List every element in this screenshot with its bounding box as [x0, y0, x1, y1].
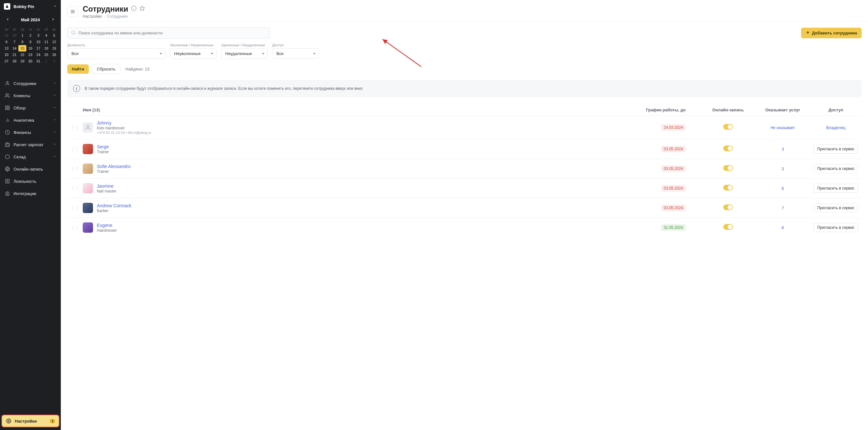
calendar-day[interactable]: 8: [18, 39, 26, 45]
calendar-day[interactable]: 27: [3, 58, 11, 64]
services-warn-link[interactable]: Не оказывает: [771, 125, 795, 130]
filter-position-select[interactable]: Все: [67, 48, 165, 59]
search-input[interactable]: [67, 27, 270, 39]
invite-button[interactable]: Пригласить в сервис: [814, 145, 858, 154]
sidebar-item[interactable]: Расчет зарплат: [0, 139, 61, 151]
online-toggle[interactable]: [723, 204, 733, 210]
calendar-day[interactable]: 25: [42, 52, 51, 58]
sidebar-item[interactable]: Склад: [0, 151, 61, 163]
online-toggle[interactable]: [723, 224, 733, 230]
add-employee-button[interactable]: Добавить сотрудника: [801, 28, 862, 38]
calendar-day[interactable]: 4: [42, 32, 51, 39]
drag-handle-icon[interactable]: ⋮⋮: [67, 147, 83, 151]
calendar-day[interactable]: 22: [18, 52, 26, 58]
employee-name-link[interactable]: Andrew Comrack: [97, 203, 131, 208]
calendar-day[interactable]: 16: [26, 45, 34, 52]
sidebar-item[interactable]: Онлайн-запись: [0, 163, 61, 175]
plus-icon: [806, 30, 810, 36]
filter-deleted-select[interactable]: Неудаленные: [221, 48, 268, 59]
sidebar-item[interactable]: Интеграции: [0, 187, 61, 199]
calendar-day[interactable]: 19: [50, 45, 58, 52]
employee-name-link[interactable]: Sofie Alessandro: [97, 164, 131, 169]
drag-handle-icon[interactable]: ⋮⋮: [67, 166, 83, 171]
invite-button[interactable]: Пригласить в сервис: [814, 204, 858, 212]
calendar-day[interactable]: 29: [3, 32, 11, 39]
drag-handle-icon[interactable]: ⋮⋮: [67, 206, 83, 210]
sidebar-item[interactable]: Финансы: [0, 126, 61, 139]
crumb-current: Сотрудники: [107, 14, 128, 19]
services-count-link[interactable]: 3: [781, 166, 784, 171]
brand-switcher[interactable]: Bobby Pin: [0, 0, 61, 13]
services-count-link[interactable]: 7: [781, 206, 784, 211]
services-count-link[interactable]: 6: [781, 225, 784, 230]
services-count-link[interactable]: 3: [781, 147, 784, 152]
online-toggle[interactable]: [723, 146, 733, 151]
calendar-day[interactable]: 20: [3, 52, 11, 58]
drag-handle-icon[interactable]: ⋮⋮: [67, 125, 83, 130]
calendar-day[interactable]: 3: [34, 32, 42, 39]
calendar-day[interactable]: 23: [26, 52, 34, 58]
table-row: ⋮⋮SergeTrainer03.05.20243Пригласить в се…: [67, 139, 862, 159]
sidebar-item[interactable]: Лояльность: [0, 175, 61, 187]
star-icon[interactable]: [139, 5, 145, 12]
calendar-weekday: вт: [11, 27, 19, 32]
calendar-day[interactable]: 11: [42, 39, 51, 45]
th-access: Доступ: [810, 108, 862, 112]
calendar-day[interactable]: 15: [18, 45, 26, 52]
calendar-day[interactable]: 24: [34, 52, 42, 58]
calendar-day[interactable]: 18: [42, 45, 51, 52]
drag-handle-icon[interactable]: ⋮⋮: [67, 186, 83, 190]
calendar-day[interactable]: 13: [3, 45, 11, 52]
sidebar-item[interactable]: Сотрудники: [0, 77, 61, 90]
invite-button[interactable]: Пригласить в сервис: [814, 223, 858, 232]
calendar-day[interactable]: 1: [42, 58, 51, 64]
employee-name-link[interactable]: Jasmine: [97, 183, 117, 189]
calendar-day[interactable]: 6: [3, 39, 11, 45]
reset-button[interactable]: Сбросить: [92, 64, 120, 74]
calendar-day[interactable]: 2: [50, 58, 58, 64]
burger-button[interactable]: [67, 6, 78, 17]
filter-access-select[interactable]: Все: [272, 48, 319, 59]
sidebar-item-settings[interactable]: Настройки 1: [2, 415, 59, 427]
calendar-day[interactable]: 12: [50, 39, 58, 45]
calendar-day[interactable]: 21: [11, 52, 19, 58]
calendar-next-icon[interactable]: [50, 16, 56, 24]
calendar-day[interactable]: 31: [34, 58, 42, 64]
employee-name-link[interactable]: Johnny: [97, 120, 151, 125]
calendar-prev-icon[interactable]: [4, 16, 11, 24]
employee-name-link[interactable]: Eugene: [97, 223, 117, 228]
employee-name-link[interactable]: Serge: [97, 144, 109, 149]
calendar-day[interactable]: 7: [11, 39, 19, 45]
calendar-day[interactable]: 26: [50, 52, 58, 58]
calendar-weekday: вс: [50, 27, 58, 32]
table-row: ⋮⋮JohnnyKids hairdresser+374 93 31-10-53…: [67, 116, 862, 139]
calendar-day[interactable]: 10: [34, 39, 42, 45]
invite-button[interactable]: Пригласить в сервис: [814, 184, 858, 193]
calendar-day[interactable]: 30: [26, 58, 34, 64]
calendar-day[interactable]: 28: [11, 58, 19, 64]
drag-handle-icon[interactable]: ⋮⋮: [67, 225, 83, 230]
calendar-day[interactable]: 5: [50, 32, 58, 39]
filter-dismissed-select[interactable]: Неуволенные: [170, 48, 217, 59]
access-owner-link[interactable]: Владелец: [826, 125, 845, 130]
calendar-day[interactable]: 2: [26, 32, 34, 39]
find-button[interactable]: Найти: [67, 64, 89, 74]
sidebar-item[interactable]: Клиенты: [0, 90, 61, 102]
sidebar-item[interactable]: Аналитика: [0, 114, 61, 126]
calendar-day[interactable]: 17: [34, 45, 42, 52]
calendar-day[interactable]: 30: [11, 32, 19, 39]
calendar-day[interactable]: 29: [18, 58, 26, 64]
online-toggle[interactable]: [723, 185, 733, 190]
crumb-settings[interactable]: Настройки: [83, 14, 102, 19]
online-toggle[interactable]: [723, 165, 733, 171]
calendar-day[interactable]: 14: [11, 45, 19, 52]
user-cell: SergeTrainer: [83, 144, 646, 154]
invite-button[interactable]: Пригласить в сервис: [814, 164, 858, 173]
info-icon[interactable]: [131, 5, 137, 12]
calendar-day[interactable]: 9: [26, 39, 34, 45]
sidebar-item[interactable]: Обзор: [0, 102, 61, 114]
nav-icon: [4, 130, 10, 135]
services-count-link[interactable]: 6: [781, 186, 784, 191]
calendar-day[interactable]: 1: [18, 32, 26, 39]
online-toggle[interactable]: [723, 124, 733, 130]
